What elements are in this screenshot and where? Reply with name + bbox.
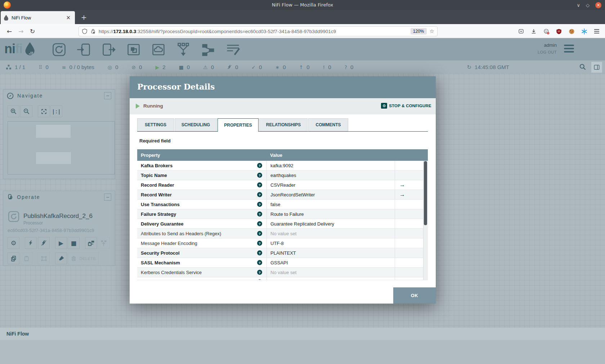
zoom-actual-size-button[interactable]: ❘:❘ <box>50 105 62 117</box>
remote-process-group-palette-icon[interactable] <box>151 42 166 58</box>
process-group-palette-icon[interactable] <box>126 42 142 58</box>
stop-and-configure-button[interactable]: ⚙ STOP & CONFIGURE <box>381 103 431 109</box>
pocket-icon[interactable] <box>518 28 524 35</box>
tab-relationships[interactable]: RELATIONSHIPS <box>259 118 308 131</box>
new-tab-button[interactable]: + <box>79 12 89 23</box>
url-bar[interactable]: https://172.18.0.3:32558/nifi/?processGr… <box>79 26 438 36</box>
property-value[interactable]: JsonRecordSetWriter <box>266 190 395 199</box>
property-help-icon[interactable]: ? <box>257 173 262 178</box>
tab-comments[interactable]: COMMENTS <box>308 118 348 131</box>
disable-button[interactable] <box>38 237 50 249</box>
property-help-icon[interactable]: ? <box>257 279 262 280</box>
brush-button[interactable] <box>55 252 67 264</box>
downloads-icon[interactable] <box>530 28 537 35</box>
label-palette-icon[interactable] <box>225 42 241 58</box>
asterisk-extension-icon[interactable] <box>581 28 587 35</box>
window-minimize-icon[interactable]: ∨ <box>577 3 580 8</box>
property-value[interactable]: No value set <box>266 277 395 280</box>
property-value[interactable]: Guarantee Replicated Delivery <box>266 219 395 228</box>
paste-button[interactable] <box>21 252 32 264</box>
zoom-level-badge[interactable]: 120% <box>411 28 427 35</box>
reload-button[interactable]: ↻ <box>27 26 37 36</box>
stop-button[interactable]: ■ <box>68 237 80 249</box>
property-value[interactable]: GSSAPI <box>266 258 395 267</box>
property-row[interactable]: Security Protocol?PLAINTEXT <box>137 248 428 258</box>
group-button[interactable] <box>38 252 50 264</box>
property-row[interactable]: Kafka Brokers?kafka:9092 <box>137 161 428 170</box>
shield-icon[interactable] <box>82 28 88 34</box>
property-row[interactable]: Delivery Guarantee?Guarantee Replicated … <box>137 219 428 229</box>
property-row[interactable]: Kerberos Credentials Service?No value se… <box>137 268 428 277</box>
logout-link[interactable]: LOG OUT <box>538 50 557 54</box>
ok-button[interactable]: OK <box>393 287 436 304</box>
property-help-icon[interactable]: ? <box>257 192 262 197</box>
property-value[interactable]: earthquakes <box>266 170 395 180</box>
window-maximize-icon[interactable]: ◇ <box>586 3 590 8</box>
property-help-icon[interactable]: ? <box>257 260 262 265</box>
property-value[interactable]: Route to Failure <box>266 209 395 219</box>
property-help-icon[interactable]: ? <box>257 163 262 168</box>
go-to-service-arrow-icon[interactable]: → <box>395 190 423 199</box>
tab-properties[interactable]: PROPERTIES <box>218 118 259 132</box>
property-value[interactable]: false <box>266 200 395 209</box>
property-row[interactable]: Message Header Encoding?UTF-8 <box>137 238 428 248</box>
property-row[interactable]: Topic Name?earthquakes <box>137 170 428 180</box>
back-button[interactable]: ← <box>4 26 14 36</box>
tab-close-icon[interactable]: × <box>64 14 72 21</box>
property-value[interactable]: CSVReader <box>266 180 395 190</box>
toggle-panel-button[interactable] <box>591 62 602 73</box>
zoom-in-button[interactable] <box>8 105 19 117</box>
property-value[interactable]: No value set <box>266 268 395 277</box>
output-port-palette-icon[interactable] <box>101 42 117 58</box>
tab-scheduling[interactable]: SCHEDULING <box>175 118 217 131</box>
enable-button[interactable] <box>25 237 37 249</box>
property-value[interactable]: UTF-8 <box>266 238 395 248</box>
property-help-icon[interactable]: ? <box>257 241 262 246</box>
browser-tab-nifi-flow[interactable]: NiFi Flow × <box>1 11 75 24</box>
search-icon[interactable] <box>579 63 586 70</box>
birdseye-minimap[interactable] <box>8 121 115 174</box>
property-help-icon[interactable]: ? <box>257 270 262 275</box>
property-help-icon[interactable]: ? <box>257 211 262 217</box>
window-close-icon[interactable]: × <box>595 2 601 8</box>
property-value[interactable]: PLAINTEXT <box>266 248 395 258</box>
tab-settings[interactable]: SETTINGS <box>137 118 174 131</box>
property-row[interactable]: Record Writer?JsonRecordSetWriter→ <box>137 190 428 200</box>
property-help-icon[interactable]: ? <box>257 250 262 255</box>
property-help-icon[interactable]: ? <box>257 231 262 236</box>
delete-button[interactable]: DELETE <box>68 252 99 264</box>
property-row[interactable]: Kerberos Service Name?No value set <box>137 277 428 280</box>
property-row[interactable]: Failure Strategy?Route to Failure <box>137 209 428 219</box>
property-value[interactable]: No value set <box>266 229 395 238</box>
refresh-icon[interactable]: ↻ <box>467 64 472 70</box>
start-button[interactable]: ▶ <box>55 237 67 249</box>
property-help-icon[interactable]: ? <box>257 221 262 226</box>
bookmark-star-icon[interactable]: ☆ <box>430 28 434 35</box>
property-help-icon[interactable]: ? <box>257 202 262 207</box>
cookie-extension-icon[interactable] <box>568 28 575 35</box>
property-row[interactable]: SASL Mechanism?GSSAPI <box>137 258 428 268</box>
property-help-icon[interactable]: ? <box>257 182 262 187</box>
containers-extension-icon[interactable] <box>543 28 550 35</box>
lock-warning-icon[interactable] <box>90 28 96 34</box>
property-row[interactable]: Attributes to Send as Headers (Regex)?No… <box>137 229 428 238</box>
menu-hamburger-icon[interactable] <box>593 28 600 35</box>
forward-button[interactable]: → <box>16 26 26 36</box>
funnel-palette-icon[interactable] <box>175 42 191 58</box>
configure-button[interactable]: ⚙ <box>8 237 19 249</box>
zoom-out-button[interactable] <box>21 105 32 117</box>
zoom-fit-button[interactable] <box>38 105 50 117</box>
ublock-origin-icon[interactable]: UO <box>556 28 562 35</box>
table-scrollbar[interactable] <box>423 161 428 280</box>
navigate-collapse-icon[interactable]: − <box>104 92 111 99</box>
go-to-service-arrow-icon[interactable]: → <box>395 180 423 190</box>
table-scrollbar-thumb[interactable] <box>424 161 427 225</box>
copy-button[interactable] <box>8 252 19 264</box>
property-value[interactable]: kafka:9092 <box>266 161 395 170</box>
breadcrumb[interactable]: NiFi Flow <box>6 331 29 337</box>
template-palette-icon[interactable] <box>200 42 216 58</box>
upload-template-button[interactable] <box>98 237 109 249</box>
operate-collapse-icon[interactable]: − <box>104 194 111 201</box>
save-template-button[interactable] <box>85 237 97 249</box>
property-row[interactable]: Use Transactions?false <box>137 200 428 209</box>
